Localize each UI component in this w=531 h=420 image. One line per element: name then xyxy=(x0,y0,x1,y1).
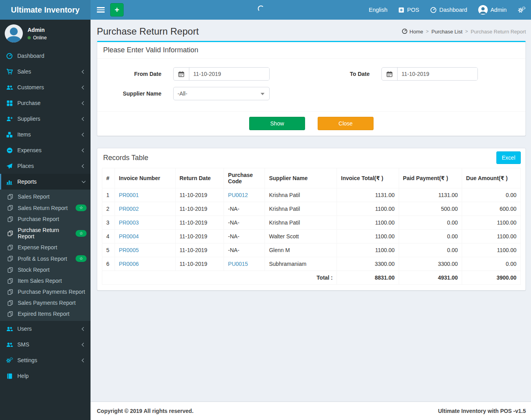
invoice-link[interactable]: PR0002 xyxy=(119,206,139,212)
filter-panel-title: Please Enter Valid Information xyxy=(103,46,198,54)
sidebar-item-sales: Sales xyxy=(0,64,91,79)
breadcrumb-home[interactable]: Home xyxy=(402,28,423,35)
online-dot-icon xyxy=(28,36,31,39)
chevron-left-icon xyxy=(82,85,86,89)
sidebar-item-purchase-payments-report: Purchase Payments Report xyxy=(0,286,91,297)
star-badge: ☆ xyxy=(76,230,87,237)
calendar-icon[interactable] xyxy=(382,68,398,80)
to-date-label: To Date xyxy=(311,67,381,81)
chevron-left-icon xyxy=(82,117,86,121)
invoice-link[interactable]: PR0004 xyxy=(119,233,139,239)
copy-icon xyxy=(6,245,14,251)
invoice-link[interactable]: PR0003 xyxy=(119,219,139,226)
total-paid: 4931.00 xyxy=(399,271,462,285)
table-row: 1 PR0001 11-10-2019 PU0012 Krishna Patil… xyxy=(102,188,521,202)
navbar: + English POS Dashboard xyxy=(91,0,531,20)
sidebar-item-stock-report: Stock Report xyxy=(0,264,91,275)
chevron-left-icon xyxy=(82,164,86,168)
copy-icon xyxy=(6,194,14,200)
copy-icon xyxy=(6,205,14,211)
cogs-icon xyxy=(518,6,525,13)
calendar-icon[interactable] xyxy=(174,68,189,80)
sidebar-item-purchase-return-report: Purchase Return Report ☆ xyxy=(0,225,91,242)
user-menu[interactable]: Admin xyxy=(473,0,512,20)
avatar xyxy=(5,24,23,42)
cogs-icon xyxy=(6,357,13,363)
supplier-select[interactable]: -All- xyxy=(173,87,270,100)
to-date-input[interactable] xyxy=(398,68,477,80)
cart-icon xyxy=(6,68,13,75)
copy-icon xyxy=(6,267,14,273)
brand-logo[interactable]: Ultimate Inventory xyxy=(0,0,91,20)
plus-square-icon xyxy=(398,7,404,13)
copy-icon xyxy=(6,278,14,284)
language-menu[interactable]: English xyxy=(363,0,393,20)
footer-version: Ultimate Inventory with POS -v1.5 xyxy=(438,408,526,414)
plus-icon: + xyxy=(115,6,119,15)
users-icon xyxy=(6,342,13,348)
grid-icon xyxy=(6,100,13,106)
show-button[interactable]: Show xyxy=(249,117,305,130)
chevron-left-icon xyxy=(82,133,86,136)
purchase-code-link[interactable]: PU0015 xyxy=(228,261,248,267)
avatar-icon xyxy=(478,5,488,15)
sidebar-item-expired-items-report: Expired Items Report xyxy=(0,308,91,319)
copy-icon xyxy=(6,216,14,222)
copy-icon xyxy=(6,311,14,317)
sidebar-item-reports: Reports Sales Report Sales Return Report… xyxy=(0,174,91,321)
excel-export-button[interactable]: Excel xyxy=(496,151,521,164)
filter-panel: Please Enter Valid Information From Date xyxy=(97,41,526,136)
sidebar-item-places: Places xyxy=(0,158,91,174)
chevron-left-icon xyxy=(82,70,86,74)
table-row: 2 PR0002 11-10-2019 -NA- Krishna Patil 1… xyxy=(102,202,521,216)
sidebar-item-expenses: Expenses xyxy=(0,142,91,158)
invoice-link[interactable]: PR0001 xyxy=(119,192,139,198)
add-button[interactable]: + xyxy=(110,3,124,17)
star-badge: ☆ xyxy=(76,255,87,262)
sidebar-item-customers: Customers xyxy=(0,79,91,95)
minus-circle-icon xyxy=(6,147,13,153)
chevron-down-icon xyxy=(82,179,86,183)
sidebar-item-profit-loss-report: Profit & Loss Report ☆ xyxy=(0,253,91,264)
sidebar-item-sales-report: Sales Report xyxy=(0,191,91,202)
sidebar-item-dashboard: Dashboard xyxy=(0,48,91,64)
footer-copyright: Copyright © 2019 All rights reserved. xyxy=(97,408,194,414)
table-total-row: Total : 8831.00 4931.00 3900.00 xyxy=(102,271,521,285)
chevron-left-icon xyxy=(82,327,86,331)
invoice-link[interactable]: PR0006 xyxy=(119,261,139,267)
records-panel-title: Records Table xyxy=(103,154,148,162)
sidebar-item-purchase: Purchase xyxy=(0,95,91,111)
users-icon xyxy=(6,326,13,332)
col-paid-payment: Paid Payment(₹ ) xyxy=(399,168,462,188)
col-purchase-code: Purchase Code xyxy=(224,168,265,188)
cubes-icon xyxy=(6,132,13,138)
col-return-date: Return Date xyxy=(176,168,224,188)
table-row: 6 PR0006 11-10-2019 PU0015 Subhramaniam … xyxy=(102,257,521,271)
breadcrumb: Home > Purchase List > Purchase Return R… xyxy=(402,28,526,35)
table-row: 3 PR0003 11-10-2019 -NA- Krishna Patil 1… xyxy=(102,216,521,230)
close-button[interactable]: Close xyxy=(318,117,374,130)
sidebar-item-suppliers: Suppliers xyxy=(0,111,91,127)
from-date-group xyxy=(173,67,270,81)
dashboard-menu[interactable]: Dashboard xyxy=(425,0,473,20)
sidebar-user-name: Admin xyxy=(28,27,47,33)
sidebar-item-item-sales-report: Item Sales Report xyxy=(0,275,91,286)
settings-menu[interactable] xyxy=(512,0,531,20)
book-icon xyxy=(6,373,13,379)
pos-menu[interactable]: POS xyxy=(393,0,425,20)
sidebar-user-status: Online xyxy=(28,35,47,41)
col-number: # xyxy=(102,168,115,188)
total-label: Total : xyxy=(102,271,337,285)
hamburger-icon[interactable] xyxy=(97,7,105,13)
purchase-code-link[interactable]: PU0012 xyxy=(228,192,248,198)
paper-plane-icon xyxy=(6,163,13,169)
users-icon xyxy=(6,85,13,90)
from-date-input[interactable] xyxy=(189,68,269,80)
top-header: Ultimate Inventory + English POS xyxy=(0,0,531,20)
sidebar-item-sales-payments-report: Sales Payments Report xyxy=(0,297,91,308)
table-row: 4 PR0004 11-10-2019 -NA- Walter Scott 11… xyxy=(102,230,521,243)
breadcrumb-purchase-list[interactable]: Purchase List xyxy=(431,29,463,35)
col-due-amount: Due Amount(₹ ) xyxy=(462,168,521,188)
invoice-link[interactable]: PR0005 xyxy=(119,247,139,253)
total-due: 3900.00 xyxy=(462,271,521,285)
